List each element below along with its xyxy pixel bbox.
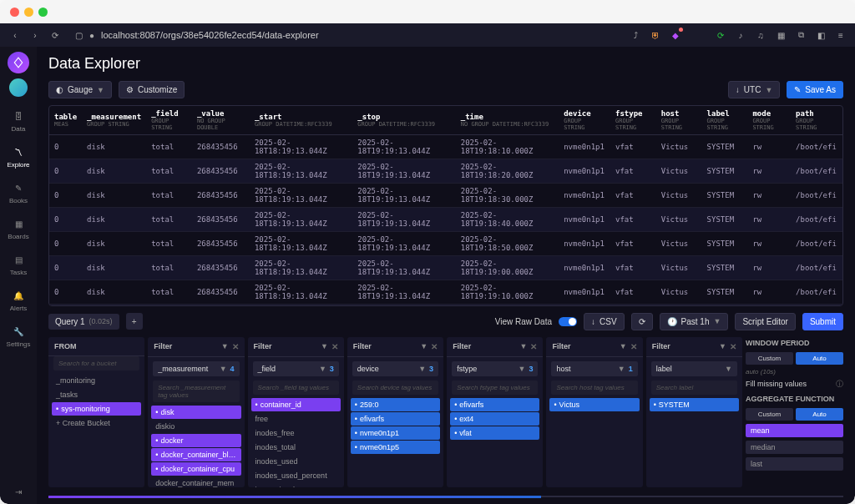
view-raw-toggle[interactable] — [559, 317, 577, 326]
tag-value-item[interactable]: inodes_used — [251, 455, 341, 468]
tag-value-item[interactable]: docker_container_blkio — [151, 448, 240, 461]
note-icon[interactable]: ♫ — [755, 29, 766, 41]
tag-value-item[interactable]: diskio — [151, 420, 240, 433]
tag-value-item[interactable]: sys-monitoring — [52, 402, 141, 416]
tag-value-item[interactable]: _tasks — [52, 388, 141, 401]
tag-value-item[interactable]: efivarfs — [351, 412, 440, 426]
customize-button[interactable]: ⚙ Customize — [119, 81, 185, 98]
forward-button[interactable]: › — [28, 31, 42, 40]
url-field[interactable]: localhost:8087/orgs/38e54026fe2ecd54/dat… — [101, 30, 319, 40]
close-dot[interactable] — [10, 8, 19, 17]
tag-value-item[interactable]: docker — [151, 434, 240, 447]
tag-key-select[interactable]: device▼3 — [352, 361, 438, 376]
table-row[interactable]: 0disktotal2684354562025-02-18T18:19:13.0… — [49, 256, 842, 280]
filter-search-input[interactable]: Search for a bucket — [53, 356, 139, 370]
chevron-down-icon[interactable]: ▼ — [620, 342, 627, 351]
menu-icon[interactable]: ≡ — [835, 29, 847, 41]
nav-settings[interactable]: 🔧 Settings — [2, 319, 35, 353]
filter-search-input[interactable]: Search device tag values — [352, 381, 438, 395]
nav-alerts[interactable]: 🔔 Alerts — [2, 283, 35, 317]
save-as-button[interactable]: ✎ Save As — [787, 81, 843, 98]
share-icon[interactable]: ⤴ — [630, 29, 641, 41]
column-header[interactable]: _valueNO GROUP DOUBLE — [192, 106, 250, 135]
chevron-down-icon[interactable]: ▼ — [420, 342, 428, 351]
submit-button[interactable]: Submit — [802, 313, 843, 330]
column-header[interactable]: _timeNO GROUP DATETIME:RFC3339 — [456, 106, 559, 135]
close-icon[interactable]: ✕ — [331, 342, 338, 351]
tag-value-item[interactable]: Victus — [549, 398, 639, 411]
table-row[interactable]: 0disktotal2684354562025-02-18T18:19:13.0… — [49, 135, 842, 159]
fill-missing-row[interactable]: Fill missing valuesⓘ — [746, 379, 843, 390]
user-avatar[interactable] — [9, 78, 28, 97]
shield-icon[interactable]: ⛨ — [650, 29, 661, 41]
tag-value-item[interactable]: 259:0 — [351, 398, 440, 411]
filter-search-input[interactable]: Search _field tag values — [253, 381, 339, 395]
column-header[interactable]: _fieldGROUP STRING — [146, 106, 192, 135]
tag-value-item[interactable]: io_service_bytes_recursive_ — [251, 483, 341, 487]
back-button[interactable]: ‹ — [8, 31, 22, 40]
app-logo[interactable] — [8, 52, 29, 73]
column-header[interactable]: tableMEAS — [49, 106, 82, 135]
tag-key-select[interactable]: fstype▼3 — [452, 361, 538, 376]
column-header[interactable]: pathGROUP STRING — [791, 106, 842, 135]
agg-auto-pill[interactable]: Auto — [796, 408, 843, 421]
agg-fn-item[interactable]: mean — [746, 424, 843, 437]
close-icon[interactable]: ✕ — [232, 342, 239, 351]
table-row[interactable]: 0disktotal2684354562025-02-18T18:19:13.0… — [49, 159, 842, 184]
tag-value-item[interactable]: container_id — [251, 398, 341, 411]
timezone-select[interactable]: ↓ UTC ▼ — [728, 81, 780, 98]
tag-value-item[interactable]: SYSTEM — [650, 398, 739, 411]
add-query-button[interactable]: + — [126, 313, 143, 330]
tag-key-select[interactable]: _field▼3 — [253, 361, 339, 376]
music-icon[interactable]: ♪ — [735, 29, 746, 41]
nav-tasks[interactable]: ▤ Tasks — [2, 247, 35, 281]
window-custom-pill[interactable]: Custom — [746, 352, 793, 365]
close-icon[interactable]: ✕ — [630, 342, 637, 351]
table-row[interactable]: 1diskused1030512642025-02-18T18:19:13.04… — [49, 305, 842, 306]
tag-value-item[interactable]: free — [251, 412, 341, 426]
tag-value-item[interactable]: ext4 — [450, 412, 539, 426]
tag-value-item[interactable]: nvme0n1p1 — [351, 426, 440, 440]
window-auto-pill[interactable]: Auto — [796, 352, 843, 365]
column-header[interactable]: _startGROUP DATETIME:RFC3339 — [250, 106, 352, 135]
column-header[interactable]: labelGROUP STRING — [702, 106, 748, 135]
column-header[interactable]: modeGROUP STRING — [747, 106, 791, 135]
refresh-button[interactable]: ⟳ — [631, 313, 653, 330]
maximize-dot[interactable] — [38, 8, 48, 17]
nav-data[interactable]: 🗄 Data — [2, 103, 35, 138]
filter-search-input[interactable]: Search host tag values — [551, 381, 637, 395]
bookmark-icon[interactable]: ▢ — [75, 31, 83, 40]
table-row[interactable]: 0disktotal2684354562025-02-18T18:19:13.0… — [49, 184, 842, 208]
tag-value-item[interactable]: + Create Bucket — [52, 416, 141, 430]
filter-search-input[interactable]: Search fstype tag values — [452, 381, 538, 395]
nav-boards[interactable]: ▦ Boards — [2, 211, 35, 245]
column-header[interactable]: _stopGROUP DATETIME:RFC3339 — [352, 106, 455, 135]
agg-fn-item[interactable]: last — [746, 457, 843, 471]
horizontal-scrollbar[interactable] — [48, 496, 843, 497]
filter-search-input[interactable]: Search _measurement tag values — [153, 381, 239, 402]
filter-search-input[interactable]: Search label — [651, 381, 737, 395]
tag-value-item[interactable]: inodes_free — [251, 426, 341, 440]
tag-value-item[interactable]: inodes_total — [251, 441, 341, 454]
chevron-down-icon[interactable]: ▼ — [321, 342, 328, 351]
table-row[interactable]: 0disktotal2684354562025-02-18T18:19:13.0… — [49, 232, 842, 256]
tag-key-select[interactable]: label▼ — [651, 361, 737, 376]
close-icon[interactable]: ✕ — [730, 342, 736, 351]
query-tab[interactable]: Query 1 (0.02s) — [48, 314, 119, 330]
chevron-down-icon[interactable]: ▼ — [719, 342, 726, 351]
tag-key-select[interactable]: _measurement▼4 — [153, 361, 239, 376]
tag-value-item[interactable]: docker_container_cpu — [151, 462, 240, 476]
nav-explore[interactable]: 〽 Explore — [2, 139, 35, 174]
chevron-down-icon[interactable]: ▼ — [519, 342, 527, 351]
nav-collapse[interactable]: ⇥ — [2, 479, 35, 504]
view-type-select[interactable]: ◐ Gauge ▼ — [48, 81, 112, 98]
column-header[interactable]: deviceGROUP STRING — [559, 106, 610, 135]
copy-icon[interactable]: ⧉ — [795, 29, 807, 41]
tag-key-select[interactable]: host▼1 — [551, 361, 637, 376]
tag-value-item[interactable]: disk — [151, 406, 240, 419]
column-header[interactable]: _measurementGROUP STRING — [82, 106, 146, 135]
reload-button[interactable]: ⟳ — [48, 31, 62, 40]
minimize-dot[interactable] — [24, 8, 33, 17]
csv-button[interactable]: ↓ CSV — [584, 313, 625, 330]
table-row[interactable]: 0disktotal2684354562025-02-18T18:19:13.0… — [49, 208, 842, 232]
